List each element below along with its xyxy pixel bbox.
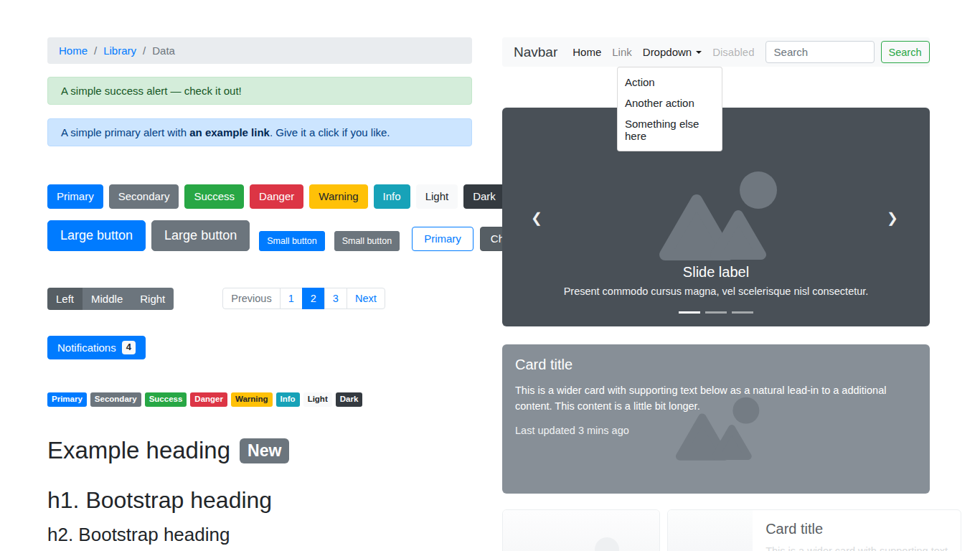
navbar-brand[interactable]: Navbar [514,44,557,60]
h1-heading: h1. Bootstrap heading [47,488,472,513]
secondary-button[interactable]: Secondary [109,184,179,209]
nav-link-link[interactable]: Link [612,46,632,58]
carousel-indicator-2[interactable] [705,311,727,314]
badge-light: Light [303,392,332,407]
primary-alert-text-suffix: . Give it a click if you like. [270,126,390,138]
carousel-indicator-3[interactable] [732,311,753,314]
bottom-right-card-body: Card title This is a wider card with sup… [753,510,961,551]
carousel-slide-caption: Present commodo cursus magna, vel sceler… [502,286,930,297]
badge-success: Success [145,392,187,407]
carousel-next-icon[interactable]: ❯ [887,209,898,225]
badge-secondary: Secondary [90,392,141,407]
pagination: Previous 1 2 3 Next [222,288,385,309]
overlay-card-title: Card title [515,357,917,373]
success-alert: A simple success alert — check it out! [47,77,472,105]
primary-alert-text: A simple primary alert with [61,126,189,138]
warning-button[interactable]: Warning [309,184,367,209]
danger-button[interactable]: Danger [250,184,303,209]
bottom-left-card [502,509,660,551]
pagination-page-2[interactable]: 2 [302,288,325,309]
badge-dark: Dark [336,392,363,407]
nav-link-home[interactable]: Home [573,46,601,58]
small-secondary-button[interactable]: Small button [334,231,400,251]
badge-danger: Danger [190,392,227,407]
h2-heading: h2. Bootstrap heading [47,524,472,545]
primary-alert: A simple primary alert with an example l… [47,118,472,146]
caret-down-icon [696,51,702,54]
breadcrumb-link-home[interactable]: Home [59,44,88,57]
variant-buttons-row: Primary Secondary Success Danger Warning… [47,184,472,209]
notifications-count-badge: 4 [122,341,136,354]
info-button[interactable]: Info [374,184,410,209]
nav-dropdown-label: Dropdown [643,46,692,58]
overlay-card-text: This is a wider card with supporting tex… [515,383,917,415]
bottom-right-card-text: This is a wider card with supporting tex… [765,545,948,551]
success-alert-text: A simple success alert — check it out! [61,85,242,97]
notifications-label: Notifications [57,341,116,355]
breadcrumb: Home / Library / Data [47,37,472,64]
button-group: Left Middle Right [47,288,174,310]
badge-primary: Primary [47,392,87,407]
search-button[interactable]: Search [881,41,930,63]
success-button[interactable]: Success [184,184,244,209]
dropdown-item-something-else[interactable]: Something else here [618,113,722,146]
alert-example-link[interactable]: an example link [189,126,270,138]
card-image-placeholder [503,510,659,551]
carousel-indicator-1[interactable] [679,311,700,314]
breadcrumb-separator: / [94,44,97,57]
pagination-page-3[interactable]: 3 [324,288,347,309]
button-group-middle[interactable]: Middle [83,288,131,310]
carousel-prev-icon[interactable]: ❮ [531,209,542,225]
notifications-row: Notifications 4 [47,336,472,360]
breadcrumb-separator: / [143,44,146,57]
pagination-page-1[interactable]: 1 [280,288,303,309]
badge-info: Info [276,392,300,407]
navbar: Navbar Home Link Dropdown Disabled Searc… [502,37,930,67]
carousel-slide-label: Slide label [502,264,930,281]
button-group-left[interactable]: Left [47,288,83,310]
sized-buttons-row: Large button Large button Small button S… [47,220,472,251]
breadcrumb-link-library[interactable]: Library [103,44,136,57]
pagination-previous[interactable]: Previous [222,288,280,309]
image-overlay-card: Card title This is a wider card with sup… [502,344,930,494]
image-placeholder-icon [649,169,783,261]
bottom-right-card: Card title This is a wider card with sup… [667,509,961,551]
badge-warning: Warning [231,392,273,407]
card-image-placeholder [668,510,753,551]
dark-button[interactable]: Dark [463,184,505,209]
breadcrumb-current-data: Data [152,44,175,57]
new-badge: New [240,438,289,463]
nav-link-disabled: Disabled [712,46,754,58]
nav-dropdown-toggle[interactable]: Dropdown [643,46,702,58]
notifications-button[interactable]: Notifications 4 [47,336,146,360]
dropdown-item-another-action[interactable]: Another action [618,93,722,113]
light-button[interactable]: Light [416,184,458,209]
outline-primary-button[interactable]: Primary [412,227,473,251]
search-input[interactable] [765,41,875,63]
large-secondary-button[interactable]: Large button [151,220,250,251]
overlay-card-updated: Last updated 3 mins ago [515,425,917,436]
button-group-right[interactable]: Right [131,288,174,310]
small-primary-button[interactable]: Small button [259,231,324,251]
bottom-right-card-title: Card title [765,521,948,537]
dropdown-menu: Action Another action Something else her… [617,67,722,151]
carousel-indicators [502,311,930,314]
example-heading-text: Example heading [47,438,230,463]
pagination-next[interactable]: Next [347,288,385,309]
example-heading: Example heading New [47,438,472,463]
bottom-cards-row: Card title This is a wider card with sup… [502,509,961,551]
large-primary-button[interactable]: Large button [47,220,146,251]
group-pagination-row: Left Middle Right Previous 1 2 3 Next [47,288,472,310]
dropdown-item-action[interactable]: Action [618,72,722,93]
primary-button[interactable]: Primary [47,184,103,209]
badges-row: Primary Secondary Success Danger Warning… [47,392,472,407]
right-column: Navbar Home Link Dropdown Disabled Searc… [502,37,930,551]
left-column: Home / Library / Data A simple success a… [47,37,472,551]
